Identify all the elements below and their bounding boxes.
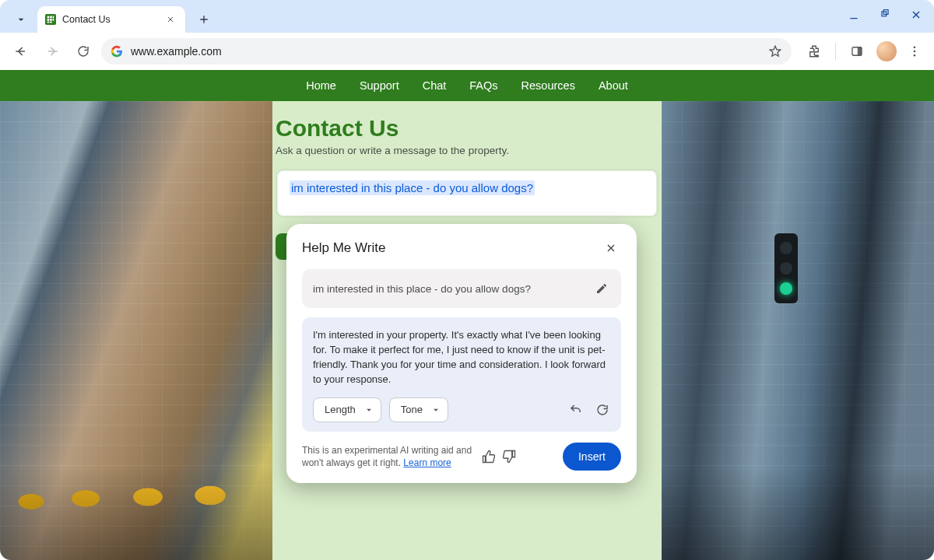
- browser-menu-button[interactable]: [903, 40, 926, 63]
- minimize-icon: [848, 9, 860, 21]
- maximize-button[interactable]: [878, 8, 892, 22]
- favicon-icon: [45, 14, 56, 25]
- hmw-close-button[interactable]: [601, 238, 621, 258]
- avatar-icon: [876, 41, 897, 61]
- hmw-learn-more-link[interactable]: Learn more: [403, 457, 451, 468]
- hmw-regenerate-button[interactable]: [595, 402, 610, 418]
- svg-rect-8: [50, 22, 52, 23]
- side-panel-button[interactable]: [844, 38, 870, 65]
- thumbs-down-icon: [502, 450, 516, 464]
- nav-about[interactable]: About: [599, 79, 628, 92]
- svg-point-14: [914, 51, 916, 53]
- hmw-feedback: [481, 449, 517, 464]
- hmw-tone-label: Tone: [401, 403, 423, 418]
- page-title: Contact Us: [272, 115, 662, 145]
- browser-toolbar: [0, 33, 934, 70]
- hmw-suggestion-box: I'm interested in your property. It's ex…: [302, 317, 621, 432]
- hmw-tone-select[interactable]: Tone: [389, 397, 448, 422]
- hmw-suggestion-text: I'm interested in your property. It's ex…: [313, 328, 610, 387]
- svg-rect-2: [50, 16, 52, 19]
- hmw-disclaimer: This is an experimental AI writing aid a…: [302, 444, 473, 469]
- thumbs-up-icon: [482, 450, 496, 464]
- tab-search-dropdown[interactable]: [9, 8, 33, 31]
- browser-window: Contact Us: [0, 0, 934, 560]
- caret-down-icon: [363, 404, 374, 415]
- hmw-thumbs-down-button[interactable]: [501, 449, 517, 464]
- google-icon: [111, 45, 123, 58]
- reload-icon: [76, 44, 90, 58]
- extensions-button[interactable]: [801, 38, 827, 65]
- hmw-prompt-text: im interested in this place - do you all…: [313, 283, 531, 295]
- maximize-icon: [880, 9, 890, 20]
- side-panel-icon: [850, 44, 864, 58]
- nav-support[interactable]: Support: [360, 79, 399, 92]
- hmw-thumbs-up-button[interactable]: [481, 449, 497, 464]
- toolbar-divider: [835, 43, 836, 60]
- nav-chat[interactable]: Chat: [423, 79, 447, 92]
- url-input[interactable]: [131, 45, 760, 58]
- svg-rect-6: [53, 19, 54, 21]
- back-button[interactable]: [8, 38, 34, 65]
- svg-point-13: [914, 46, 916, 48]
- new-tab-button[interactable]: [193, 9, 215, 30]
- nav-home[interactable]: Home: [306, 79, 336, 92]
- caret-down-icon: [430, 404, 441, 415]
- window-close-button[interactable]: [909, 8, 923, 22]
- decor-traffic-light: [774, 233, 798, 303]
- star-icon: [768, 44, 782, 58]
- plus-icon: [198, 13, 210, 26]
- refresh-icon: [595, 403, 609, 417]
- arrow-left-icon: [13, 44, 29, 59]
- extensions-icon: [807, 44, 821, 58]
- page-subtitle: Ask a question or write a message to the…: [272, 145, 662, 169]
- svg-rect-7: [47, 22, 50, 23]
- hmw-undo-button[interactable]: [568, 402, 584, 418]
- hmw-length-label: Length: [325, 403, 356, 418]
- nav-resources[interactable]: Resources: [521, 79, 575, 92]
- window-controls: [847, 8, 923, 22]
- hero-photo-right: [662, 101, 934, 560]
- hmw-prompt-box[interactable]: im interested in this place - do you all…: [302, 269, 621, 308]
- hmw-title: Help Me Write: [302, 240, 385, 256]
- message-text: im interested in this place - do you all…: [290, 180, 535, 195]
- svg-rect-12: [858, 47, 862, 56]
- pencil-icon: [595, 282, 608, 295]
- svg-rect-4: [47, 19, 50, 21]
- close-icon: [605, 242, 617, 254]
- hmw-length-select[interactable]: Length: [313, 397, 381, 422]
- hmw-edit-prompt-button[interactable]: [593, 280, 610, 297]
- tab-strip: Contact Us: [0, 0, 934, 33]
- forward-button[interactable]: [39, 38, 65, 65]
- svg-rect-5: [50, 19, 52, 21]
- message-textarea[interactable]: im interested in this place - do you all…: [276, 169, 658, 218]
- site-nav: Home Support Chat FAQs Resources About: [0, 70, 934, 101]
- tab-title: Contact Us: [62, 14, 111, 25]
- address-bar[interactable]: [101, 38, 792, 65]
- kebab-icon: [908, 44, 922, 58]
- bookmark-button[interactable]: [768, 44, 782, 58]
- close-icon: [166, 15, 175, 24]
- toolbar-right: [801, 38, 926, 65]
- minimize-button[interactable]: [847, 8, 861, 22]
- hero-photo-left: [0, 101, 272, 560]
- undo-icon: [569, 403, 583, 417]
- hmw-insert-button[interactable]: Insert: [563, 443, 621, 471]
- tab-close-button[interactable]: [163, 12, 177, 26]
- nav-faqs[interactable]: FAQs: [469, 79, 497, 92]
- help-me-write-popover: Help Me Write im interested in this plac…: [286, 224, 637, 483]
- profile-button[interactable]: [873, 38, 900, 65]
- decor-taxis: [0, 463, 249, 517]
- chevron-down-icon: [15, 13, 27, 26]
- svg-point-15: [914, 54, 916, 57]
- reload-button[interactable]: [70, 38, 97, 65]
- svg-rect-1: [47, 16, 50, 19]
- close-icon: [910, 9, 922, 21]
- svg-rect-3: [53, 16, 54, 19]
- arrow-right-icon: [44, 44, 60, 59]
- active-tab[interactable]: Contact Us: [37, 6, 185, 33]
